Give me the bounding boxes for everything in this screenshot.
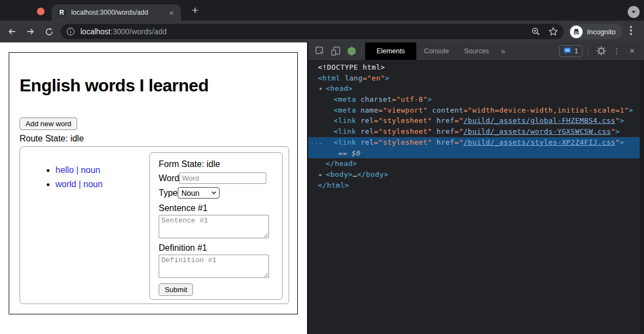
dom-tree-row[interactable]: ...<link rel="stylesheet" href="/build/_… <box>308 137 640 148</box>
type-select[interactable]: Noun <box>178 187 220 199</box>
node-devtools-icon[interactable] <box>345 45 358 58</box>
dom-tree-row[interactable]: ▶<body>…</body> <box>308 169 640 180</box>
definition-textarea[interactable] <box>159 255 269 278</box>
type-label: Type <box>159 188 178 198</box>
new-tab-button[interactable]: + <box>188 3 202 17</box>
dom-tree-row[interactable]: == $0 <box>308 148 640 159</box>
info-icon <box>66 27 75 36</box>
route-state-text: Route State: idle <box>20 134 287 144</box>
browser-menu-button[interactable] <box>626 26 636 38</box>
dom-tree-row[interactable]: <link rel="stylesheet" href="/build/_ass… <box>308 126 640 137</box>
browser-toolbar: localhost:3000/words/add Incognito <box>0 21 644 42</box>
issues-count: 1 <box>574 47 578 55</box>
tab-strip: R localhost:3000/words/add × + <box>0 0 644 21</box>
devtools-toolbar: Elements Console Sources » 1 ⋮ × <box>308 42 644 60</box>
word-label: Word <box>159 174 179 183</box>
add-new-word-button[interactable]: Add new word <box>20 117 77 130</box>
web-page: English words I learned Add new word Rou… <box>0 42 307 334</box>
dom-tree-row[interactable]: <!DOCTYPE html> <box>308 62 640 73</box>
dom-tree-row[interactable]: <html lang="en"> <box>308 73 640 84</box>
row-overflow-icon[interactable]: ... <box>310 137 323 148</box>
word-link[interactable]: world | noun <box>55 180 103 189</box>
more-tabs-icon[interactable]: » <box>497 47 510 55</box>
browser-tab[interactable]: R localhost:3000/words/add × <box>52 4 181 21</box>
chevron-down-icon <box>630 9 637 15</box>
zoom-icon[interactable] <box>531 27 541 36</box>
dom-tree-row[interactable]: <meta name="viewport" content="width=dev… <box>308 105 640 116</box>
tab-search-button[interactable] <box>628 6 640 18</box>
settings-gear-icon[interactable] <box>595 45 608 58</box>
tab-close-icon[interactable]: × <box>167 9 176 17</box>
dom-tree-row[interactable]: </head> <box>308 158 640 169</box>
messages-bubble-icon <box>564 47 572 55</box>
word-input[interactable] <box>179 172 266 184</box>
dom-tree-row[interactable]: <link rel="stylesheet" href="/build/_ass… <box>308 115 640 126</box>
collapsed-arrow-icon[interactable]: ▶ <box>320 170 326 181</box>
back-button[interactable] <box>5 25 18 38</box>
sentence-textarea[interactable] <box>159 215 269 238</box>
device-toolbar-icon[interactable] <box>329 45 342 58</box>
expanded-arrow-icon[interactable]: ▼ <box>320 84 326 95</box>
dom-tree-row[interactable]: <meta charset="utf-8"> <box>308 94 640 105</box>
stylesheet-link[interactable]: /build/_assets/global-FHZEMBS4.css <box>464 116 616 125</box>
devtools-panel: Elements Console Sources » 1 ⋮ × <box>307 42 644 334</box>
back-arrow-icon <box>7 27 17 36</box>
tab-console[interactable]: Console <box>416 42 457 60</box>
url-text: localhost:3000/words/add <box>80 27 531 36</box>
browser-window: R localhost:3000/words/add × + localhost… <box>0 0 644 334</box>
forward-arrow-icon <box>26 27 35 36</box>
incognito-label: Incognito <box>587 28 616 36</box>
kebab-menu-icon <box>630 26 632 35</box>
tab-elements[interactable]: Elements <box>365 42 416 60</box>
devtools-menu-icon[interactable]: ⋮ <box>610 45 623 58</box>
forward-button[interactable] <box>24 25 37 38</box>
app-container: English words I learned Add new word Rou… <box>9 52 298 314</box>
window-close-button[interactable] <box>37 8 45 15</box>
words-panel: hello | nounworld | noun Form State: idl… <box>20 146 289 304</box>
reload-button[interactable] <box>42 25 55 38</box>
tab-title: localhost:3000/words/add <box>71 9 167 16</box>
dom-tree-row[interactable]: ▼<head> <box>308 83 640 94</box>
toolbar-divider <box>588 46 589 56</box>
incognito-badge: Incognito <box>568 24 622 39</box>
reload-icon <box>45 27 54 36</box>
stylesheet-link[interactable]: /build/_assets/words-YGXSWCSW.css <box>464 127 611 135</box>
remix-favicon-icon: R <box>57 8 66 17</box>
word-link[interactable]: hello | noun <box>55 165 100 175</box>
inspect-element-icon[interactable] <box>314 45 327 58</box>
submit-button[interactable]: Submit <box>159 283 193 296</box>
bookmark-star-icon[interactable] <box>548 27 558 36</box>
address-bar[interactable]: localhost:3000/words/add <box>61 24 564 39</box>
sentence-label: Sentence #1 <box>159 203 273 213</box>
devtools-scrollbar[interactable] <box>640 60 644 333</box>
definition-label: Definition #1 <box>159 243 273 253</box>
dom-tree: <!DOCTYPE html><html lang="en">▼<head><m… <box>308 60 644 333</box>
page-title: English words I learned <box>20 76 287 96</box>
form-state-text: Form State: idle <box>159 159 273 169</box>
add-word-form: Form State: idle Word TypeNoun Sentence … <box>149 152 283 300</box>
tab-sources[interactable]: Sources <box>457 42 497 60</box>
stylesheet-link[interactable]: /build/_assets/styles-XP2Z4FIJ.css <box>464 138 616 146</box>
incognito-icon <box>570 26 583 38</box>
issues-badge[interactable]: 1 <box>559 45 583 57</box>
dom-tree-row[interactable]: </html> <box>308 180 640 191</box>
toolbar-divider <box>361 46 362 56</box>
devtools-close-icon[interactable]: × <box>626 45 639 58</box>
